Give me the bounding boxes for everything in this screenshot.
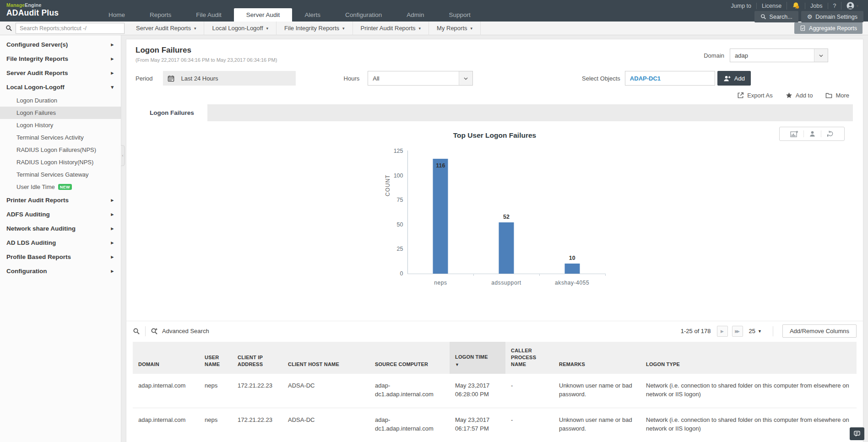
table-row[interactable]: adap.internal.com neps 172.21.22.23 ADSA… (133, 374, 857, 408)
sidebar-item[interactable]: Profile Based Reports (0, 250, 121, 264)
nav-tab[interactable]: Admin (394, 8, 436, 22)
sidebar-item[interactable]: Terminal Services Activity (0, 131, 121, 144)
report-tabstrip: Logon Failures (136, 104, 853, 121)
domain-label: Domain (704, 52, 724, 59)
expand-arrow-icon (111, 56, 114, 62)
menu-dropdown[interactable]: Local Logon-Logoff▾ (204, 22, 276, 35)
report-menubar: Server Audit Reports▾Local Logon-Logoff▾… (0, 22, 868, 35)
advanced-search-label[interactable]: Advanced Search (162, 328, 209, 334)
chart-title: Top User Logon Failures (126, 131, 863, 140)
sidebar-item[interactable]: Configuration (0, 264, 121, 278)
chevron-down-icon (814, 49, 828, 62)
sidebar-item[interactable]: Logon Duration (0, 94, 121, 107)
chevron-down-icon: ▾ (471, 26, 473, 31)
add-remove-columns-button[interactable]: Add/Remove Columns (782, 324, 857, 338)
bar-group[interactable]: 116neps (408, 151, 474, 274)
menu-dropdown[interactable]: My Reports▾ (429, 22, 481, 35)
menu-dropdown[interactable]: Server Audit Reports▾ (128, 22, 204, 35)
aggregate-reports-button[interactable]: Aggregate Reports (794, 22, 863, 34)
app-logo[interactable]: ManageEngine ADAudit Plus (0, 0, 96, 22)
expand-arrow-icon (111, 197, 114, 203)
jump-to-link[interactable]: Jump to (726, 3, 756, 9)
jobs-link[interactable]: Jobs (805, 3, 827, 9)
menu-dropdown[interactable]: File Integrity Reports▾ (276, 22, 352, 35)
column-header[interactable]: SOURCE COMPUTER▼ (369, 342, 450, 374)
column-header[interactable]: REMARKS▼ (553, 342, 640, 374)
sidebar-item[interactable]: Printer Audit Reports (0, 193, 121, 207)
chevron-down-icon: ▾ (342, 26, 345, 31)
select-objects-input[interactable]: ADAP-DC1 (625, 71, 715, 86)
topbar-utilities: Jump to License Jobs ? ▾ Search... ⚙ Dom… (722, 0, 868, 22)
star-icon (786, 92, 792, 99)
column-header[interactable]: CALLER PROCESS NAME▼ (505, 342, 553, 374)
sidebar-item[interactable]: RADIUS Logon History(NPS) (0, 156, 121, 168)
chart-user-icon[interactable] (803, 130, 821, 137)
sidebar-item[interactable]: File Integrity Reports (0, 52, 121, 66)
user-menu[interactable]: ▾ (841, 2, 863, 10)
expand-arrow-icon (111, 70, 114, 76)
nav-tab[interactable]: Configuration (333, 8, 394, 22)
period-picker[interactable]: Last 24 Hours (163, 71, 296, 86)
report-card: Logon Failures (From May 22,2017 06:34:1… (126, 39, 863, 442)
sidebar-item[interactable]: Logon Failures (0, 107, 121, 119)
nav-tab[interactable]: Server Audit (234, 8, 293, 22)
column-header[interactable]: LOGON TIME▼ (450, 342, 505, 374)
chevron-down-icon: ▾ (266, 26, 269, 31)
hours-select[interactable]: All (368, 71, 473, 86)
bar-group[interactable]: 52adssupport (473, 151, 539, 274)
menu-dropdown[interactable]: Printer Audit Reports▾ (353, 22, 429, 35)
period-label: Period (136, 75, 153, 82)
export-as-button[interactable]: Export As (737, 92, 773, 99)
sidebar-collapse-handle[interactable]: ‹ (121, 145, 125, 166)
sidebar-item[interactable]: ADFS Auditing (0, 207, 121, 221)
nav-tab[interactable]: File Audit (184, 8, 234, 22)
sidebar-item[interactable]: Terminal Services Gateway (0, 168, 121, 181)
column-header[interactable]: USER NAME▼ (199, 342, 232, 374)
report-search-input[interactable] (16, 23, 125, 34)
sidebar-item[interactable]: Network share Auditing (0, 221, 121, 236)
last-page-button[interactable]: ▶▶ (732, 326, 743, 337)
sidebar-item[interactable]: Local Logon-Logoff (0, 80, 121, 94)
notification-bell-icon[interactable] (787, 2, 805, 10)
search-icon (5, 25, 12, 32)
add-to-button[interactable]: Add to (786, 92, 813, 99)
sidebar-item[interactable]: User Idle Time NEW (0, 181, 121, 193)
column-header[interactable]: DOMAIN▼ (133, 342, 199, 374)
feedback-chat-button[interactable] (850, 427, 864, 440)
next-page-button[interactable]: ▶ (717, 326, 728, 337)
column-header[interactable]: CLIENT IP ADDRESS▼ (232, 342, 282, 374)
quick-search-icon[interactable] (133, 327, 140, 335)
advanced-search-icon[interactable] (151, 327, 158, 335)
report-date-range: (From May 22,2017 06:34:16 PM to May 23,… (136, 57, 277, 63)
page-size-select[interactable]: 25 ▼ (749, 328, 762, 334)
tab-logon-failures[interactable]: Logon Failures (136, 104, 207, 121)
global-search-button[interactable]: Search... (754, 11, 798, 22)
column-header[interactable]: CLIENT HOST NAME▼ (282, 342, 369, 374)
sidebar-item[interactable]: Configured Server(s) (0, 38, 121, 52)
page-title: Logon Failures (136, 46, 277, 55)
chart-refresh-icon[interactable] (821, 130, 839, 137)
sidebar-item[interactable]: AD LDS Auditing (0, 236, 121, 250)
domain-select[interactable]: adap (730, 49, 828, 62)
sidebar-item[interactable]: Server Audit Reports (0, 66, 121, 80)
license-link[interactable]: License (756, 3, 787, 9)
table-header-row: DOMAIN▼USER NAME▼CLIENT IP ADDRESS▼CLIEN… (133, 342, 857, 374)
bar-group[interactable]: 10akshay-4055 (539, 151, 605, 274)
sidebar-item[interactable]: Logon History (0, 119, 121, 131)
more-button[interactable]: More (825, 92, 849, 99)
nav-tab[interactable]: Reports (137, 8, 184, 22)
nav-tab[interactable]: Support (436, 8, 483, 22)
hours-label: Hours (344, 75, 360, 82)
sidebar-item[interactable]: RADIUS Logon Failures(NPS) (0, 144, 121, 156)
nav-tab[interactable]: Alerts (292, 8, 333, 22)
gear-icon: ⚙ (807, 14, 813, 20)
y-axis-label: COUNT (385, 154, 391, 196)
help-link[interactable]: ? (828, 3, 841, 9)
expand-arrow-icon (111, 226, 114, 232)
chart-type-add-icon[interactable] (785, 130, 803, 138)
table-row[interactable]: adap.internal.com neps 172.21.22.23 ADSA… (133, 408, 857, 442)
domain-settings-button[interactable]: ⚙ Domain Settings (801, 11, 863, 22)
column-header[interactable]: LOGON TYPE▼ (640, 342, 857, 374)
add-object-button[interactable]: Add (717, 71, 751, 86)
nav-tab[interactable]: Home (96, 8, 137, 22)
